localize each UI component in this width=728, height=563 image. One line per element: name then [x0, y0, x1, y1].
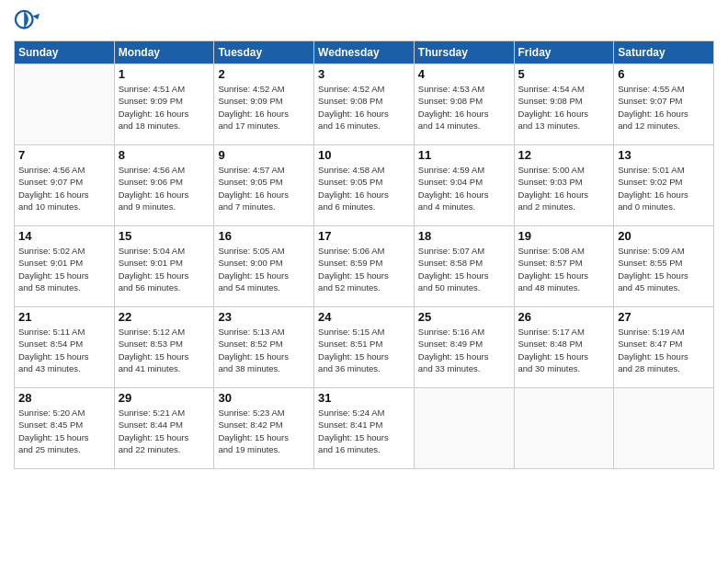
day-info: Sunrise: 5:12 AM Sunset: 8:53 PM Dayligh…: [119, 326, 210, 374]
calendar-cell: 12Sunrise: 5:00 AM Sunset: 9:03 PM Dayli…: [514, 145, 614, 226]
calendar-cell: [614, 388, 714, 469]
day-number: 3: [318, 67, 410, 81]
day-info: Sunrise: 5:16 AM Sunset: 8:49 PM Dayligh…: [418, 326, 510, 374]
day-info: Sunrise: 5:09 AM Sunset: 8:55 PM Dayligh…: [618, 245, 710, 293]
day-number: 5: [518, 67, 610, 81]
weekday-header-friday: Friday: [514, 41, 614, 64]
weekday-header-row: SundayMondayTuesdayWednesdayThursdayFrid…: [15, 41, 714, 64]
day-number: 21: [18, 310, 110, 324]
day-info: Sunrise: 5:23 AM Sunset: 8:42 PM Dayligh…: [218, 407, 310, 455]
day-number: 18: [418, 229, 510, 243]
calendar-cell: 9Sunrise: 4:57 AM Sunset: 9:05 PM Daylig…: [214, 145, 314, 226]
calendar-cell: 5Sunrise: 4:54 AM Sunset: 9:08 PM Daylig…: [514, 64, 614, 145]
day-number: 11: [418, 148, 510, 162]
calendar-cell: [15, 64, 115, 145]
weekday-header-wednesday: Wednesday: [314, 41, 415, 64]
day-info: Sunrise: 4:58 AM Sunset: 9:05 PM Dayligh…: [318, 164, 410, 213]
day-info: Sunrise: 5:19 AM Sunset: 8:47 PM Dayligh…: [618, 326, 710, 374]
logo: [14, 9, 43, 35]
day-info: Sunrise: 5:05 AM Sunset: 9:00 PM Dayligh…: [218, 245, 310, 293]
calendar-cell: 18Sunrise: 5:07 AM Sunset: 8:58 PM Dayli…: [414, 226, 514, 307]
day-number: 7: [18, 148, 110, 162]
calendar-cell: 28Sunrise: 5:20 AM Sunset: 8:45 PM Dayli…: [15, 388, 115, 469]
day-info: Sunrise: 5:08 AM Sunset: 8:57 PM Dayligh…: [518, 245, 610, 293]
calendar-cell: 15Sunrise: 5:04 AM Sunset: 9:01 PM Dayli…: [114, 226, 214, 307]
day-info: Sunrise: 5:02 AM Sunset: 9:01 PM Dayligh…: [18, 245, 110, 293]
day-number: 10: [318, 148, 410, 162]
calendar-table: SundayMondayTuesdayWednesdayThursdayFrid…: [14, 40, 714, 469]
calendar-cell: 24Sunrise: 5:15 AM Sunset: 8:51 PM Dayli…: [314, 307, 415, 388]
day-info: Sunrise: 5:00 AM Sunset: 9:03 PM Dayligh…: [518, 164, 610, 213]
day-info: Sunrise: 4:51 AM Sunset: 9:09 PM Dayligh…: [119, 83, 210, 132]
day-info: Sunrise: 5:20 AM Sunset: 8:45 PM Dayligh…: [18, 407, 110, 455]
day-info: Sunrise: 5:15 AM Sunset: 8:51 PM Dayligh…: [318, 326, 410, 374]
day-number: 17: [318, 229, 410, 243]
day-number: 1: [119, 67, 210, 81]
calendar-cell: 13Sunrise: 5:01 AM Sunset: 9:02 PM Dayli…: [614, 145, 714, 226]
day-number: 6: [618, 67, 710, 81]
day-info: Sunrise: 5:24 AM Sunset: 8:41 PM Dayligh…: [318, 407, 410, 455]
weekday-header-tuesday: Tuesday: [214, 41, 314, 64]
day-info: Sunrise: 4:56 AM Sunset: 9:06 PM Dayligh…: [119, 164, 210, 213]
day-info: Sunrise: 4:57 AM Sunset: 9:05 PM Dayligh…: [218, 164, 310, 213]
day-number: 26: [518, 310, 610, 324]
calendar-cell: 3Sunrise: 4:52 AM Sunset: 9:08 PM Daylig…: [314, 64, 415, 145]
calendar-cell: 2Sunrise: 4:52 AM Sunset: 9:09 PM Daylig…: [214, 64, 314, 145]
day-info: Sunrise: 5:04 AM Sunset: 9:01 PM Dayligh…: [119, 245, 210, 293]
weekday-header-thursday: Thursday: [414, 41, 514, 64]
day-number: 29: [119, 391, 210, 405]
day-info: Sunrise: 5:11 AM Sunset: 8:54 PM Dayligh…: [18, 326, 110, 374]
page-header: [14, 9, 714, 35]
day-number: 31: [318, 391, 410, 405]
calendar-cell: 19Sunrise: 5:08 AM Sunset: 8:57 PM Dayli…: [514, 226, 614, 307]
day-info: Sunrise: 5:17 AM Sunset: 8:48 PM Dayligh…: [518, 326, 610, 374]
day-info: Sunrise: 5:06 AM Sunset: 8:59 PM Dayligh…: [318, 245, 410, 293]
calendar-cell: 11Sunrise: 4:59 AM Sunset: 9:04 PM Dayli…: [414, 145, 514, 226]
calendar-cell: 21Sunrise: 5:11 AM Sunset: 8:54 PM Dayli…: [15, 307, 115, 388]
day-number: 22: [119, 310, 210, 324]
day-info: Sunrise: 4:55 AM Sunset: 9:07 PM Dayligh…: [618, 83, 710, 132]
day-info: Sunrise: 4:56 AM Sunset: 9:07 PM Dayligh…: [18, 164, 110, 213]
day-info: Sunrise: 5:13 AM Sunset: 8:52 PM Dayligh…: [218, 326, 310, 374]
calendar-cell: 4Sunrise: 4:53 AM Sunset: 9:08 PM Daylig…: [414, 64, 514, 145]
day-number: 8: [119, 148, 210, 162]
calendar-cell: 30Sunrise: 5:23 AM Sunset: 8:42 PM Dayli…: [214, 388, 314, 469]
day-number: 28: [18, 391, 110, 405]
calendar-cell: 17Sunrise: 5:06 AM Sunset: 8:59 PM Dayli…: [314, 226, 415, 307]
calendar-cell: 6Sunrise: 4:55 AM Sunset: 9:07 PM Daylig…: [614, 64, 714, 145]
calendar-cell: 25Sunrise: 5:16 AM Sunset: 8:49 PM Dayli…: [414, 307, 514, 388]
day-number: 13: [618, 148, 710, 162]
day-info: Sunrise: 4:52 AM Sunset: 9:09 PM Dayligh…: [218, 83, 310, 132]
day-number: 12: [518, 148, 610, 162]
day-info: Sunrise: 5:07 AM Sunset: 8:58 PM Dayligh…: [418, 245, 510, 293]
calendar-cell: 10Sunrise: 4:58 AM Sunset: 9:05 PM Dayli…: [314, 145, 415, 226]
calendar-week-2: 14Sunrise: 5:02 AM Sunset: 9:01 PM Dayli…: [15, 226, 714, 307]
weekday-header-monday: Monday: [114, 41, 214, 64]
day-info: Sunrise: 4:53 AM Sunset: 9:08 PM Dayligh…: [418, 83, 510, 132]
calendar-cell: [414, 388, 514, 469]
calendar-cell: 26Sunrise: 5:17 AM Sunset: 8:48 PM Dayli…: [514, 307, 614, 388]
day-number: 27: [618, 310, 710, 324]
calendar-cell: [514, 388, 614, 469]
day-info: Sunrise: 4:52 AM Sunset: 9:08 PM Dayligh…: [318, 83, 410, 132]
weekday-header-sunday: Sunday: [15, 41, 115, 64]
calendar-cell: 8Sunrise: 4:56 AM Sunset: 9:06 PM Daylig…: [114, 145, 214, 226]
day-number: 23: [218, 310, 310, 324]
calendar-week-0: 1Sunrise: 4:51 AM Sunset: 9:09 PM Daylig…: [15, 64, 714, 145]
calendar-cell: 1Sunrise: 4:51 AM Sunset: 9:09 PM Daylig…: [114, 64, 214, 145]
day-info: Sunrise: 5:01 AM Sunset: 9:02 PM Dayligh…: [618, 164, 710, 213]
calendar-cell: 31Sunrise: 5:24 AM Sunset: 8:41 PM Dayli…: [314, 388, 415, 469]
day-number: 16: [218, 229, 310, 243]
logo-icon: [14, 9, 40, 35]
day-number: 14: [18, 229, 110, 243]
calendar-cell: 14Sunrise: 5:02 AM Sunset: 9:01 PM Dayli…: [15, 226, 115, 307]
calendar-week-1: 7Sunrise: 4:56 AM Sunset: 9:07 PM Daylig…: [15, 145, 714, 226]
day-number: 24: [318, 310, 410, 324]
day-number: 30: [218, 391, 310, 405]
calendar-cell: 22Sunrise: 5:12 AM Sunset: 8:53 PM Dayli…: [114, 307, 214, 388]
day-number: 9: [218, 148, 310, 162]
calendar-cell: 20Sunrise: 5:09 AM Sunset: 8:55 PM Dayli…: [614, 226, 714, 307]
day-number: 2: [218, 67, 310, 81]
calendar-cell: 29Sunrise: 5:21 AM Sunset: 8:44 PM Dayli…: [114, 388, 214, 469]
page-container: SundayMondayTuesdayWednesdayThursdayFrid…: [0, 0, 728, 563]
